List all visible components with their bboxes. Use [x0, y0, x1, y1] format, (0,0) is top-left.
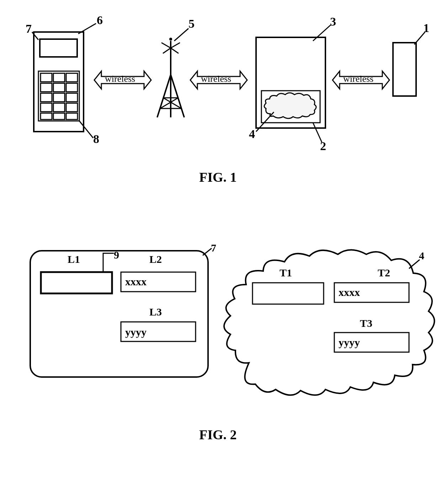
value-T2: xxxx: [339, 286, 360, 298]
svg-rect-13: [53, 103, 65, 112]
callout-4-label-fig2: 4: [419, 250, 424, 262]
value-L3: yyyy: [125, 326, 147, 338]
svg-rect-9: [41, 93, 52, 102]
callout-7-label-fig1: 7: [26, 22, 32, 36]
callout-8-label: 8: [93, 132, 99, 146]
screen-7: [30, 251, 208, 377]
svg-line-34: [174, 28, 188, 41]
fig1-caption: FIG. 1: [199, 169, 237, 185]
svg-rect-17: [66, 113, 78, 120]
svg-line-51: [409, 260, 420, 269]
figure-2: [0, 235, 441, 448]
callout-6: [78, 23, 96, 34]
callout-4-line-fig2: [409, 260, 420, 269]
value-L2: xxxx: [125, 276, 147, 288]
svg-line-29: [171, 75, 184, 117]
svg-rect-11: [66, 93, 78, 102]
callout-5-label: 5: [188, 17, 195, 31]
cloud-4: [224, 250, 435, 395]
label-L1: L1: [68, 253, 80, 265]
fig2-caption: FIG. 2: [199, 427, 237, 442]
label-T2: T2: [378, 267, 390, 279]
svg-rect-4: [53, 73, 65, 82]
svg-rect-10: [53, 93, 65, 102]
cell-tower: [157, 38, 184, 117]
svg-rect-5: [66, 73, 78, 82]
svg-rect-7: [53, 83, 65, 92]
svg-rect-12: [41, 103, 52, 112]
callout-9-label: 9: [114, 249, 119, 261]
svg-rect-6: [41, 83, 52, 92]
callout-7-line-fig2: [203, 248, 212, 255]
svg-rect-14: [66, 103, 78, 112]
svg-rect-42: [30, 251, 208, 377]
callout-5: [174, 28, 188, 41]
svg-line-27: [171, 48, 179, 53]
value-T3: yyyy: [339, 336, 360, 349]
label-L2: L2: [149, 253, 162, 265]
svg-line-24: [161, 43, 171, 48]
svg-point-23: [169, 38, 172, 41]
label-T1: T1: [280, 267, 292, 279]
svg-rect-1: [40, 39, 77, 57]
svg-line-28: [157, 75, 171, 117]
phone-device: [34, 32, 84, 132]
svg-line-47: [203, 248, 212, 255]
label-T3: T3: [360, 317, 372, 329]
wireless-label-2: wireless: [201, 74, 231, 84]
box-1: [393, 43, 416, 96]
callout-4-label-fig1: 4: [249, 127, 255, 141]
figure-1: [0, 0, 441, 185]
svg-rect-3: [41, 73, 52, 82]
callout-2-label: 2: [320, 139, 326, 153]
svg-rect-40: [393, 43, 416, 96]
svg-rect-48: [253, 283, 324, 304]
svg-rect-8: [66, 83, 78, 92]
callout-7-label-fig2: 7: [211, 242, 216, 254]
svg-line-25: [171, 43, 180, 48]
svg-rect-16: [53, 113, 65, 120]
box-3-container: [256, 37, 325, 128]
svg-rect-43: [41, 272, 112, 293]
callout-3-label: 3: [330, 15, 336, 28]
label-L3: L3: [149, 306, 162, 318]
svg-line-26: [163, 48, 171, 53]
callout-6-label: 6: [97, 14, 103, 27]
wireless-label-3: wireless: [343, 74, 373, 84]
svg-line-18: [78, 23, 96, 34]
callout-1: 1: [423, 21, 429, 35]
wireless-label-1: wireless: [105, 74, 135, 84]
svg-rect-15: [41, 113, 52, 120]
